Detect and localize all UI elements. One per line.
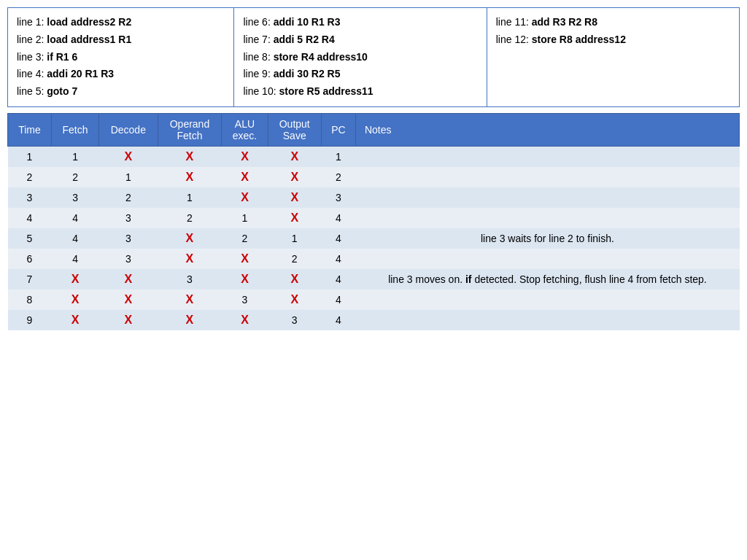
table-cell: X (222, 310, 268, 330)
cell-pc: 1 (321, 146, 355, 167)
cell-fetch: 4 (51, 228, 98, 249)
table-cell: X (158, 310, 222, 330)
code-line-1: line 1: load address2 R2 (17, 14, 225, 31)
col-header-output: OutputSave (268, 113, 321, 146)
table-cell: 2 (268, 249, 321, 269)
cell-notes (355, 249, 739, 269)
cell-time: 9 (8, 310, 52, 330)
cell-fetch: X (51, 269, 98, 289)
table-cell: X (222, 249, 268, 269)
table-cell: X (222, 167, 268, 187)
col-header-pc: PC (321, 113, 355, 146)
pipeline-table: Time Fetch Decode OperandFetch ALUexec. … (7, 113, 740, 330)
code-line-9: line 9: addi 30 R2 R5 (243, 66, 477, 83)
cell-pc: 4 (321, 228, 355, 249)
col-header-alu: ALUexec. (222, 113, 268, 146)
code-table: line 1: load address2 R2 line 2: load ad… (7, 7, 740, 107)
table-cell: 3 (222, 289, 268, 310)
table-row: 8XXX3X4 (8, 289, 740, 310)
cell-time: 7 (8, 269, 52, 289)
code-line-4: line 4: addi 20 R1 R3 (17, 66, 225, 83)
table-row: 3321XX3 (8, 187, 740, 208)
table-cell: 1 (222, 208, 268, 228)
table-cell: X (99, 289, 158, 310)
table-cell: 1 (158, 187, 222, 208)
cell-pc: 4 (321, 269, 355, 289)
table-cell: X (268, 208, 321, 228)
code-line-8: line 8: store R4 address10 (243, 49, 477, 66)
cell-fetch: X (51, 310, 98, 330)
table-cell: X (268, 289, 321, 310)
cell-time: 2 (8, 167, 52, 187)
cell-notes (355, 167, 739, 187)
table-row: 643XX24 (8, 249, 740, 269)
table-cell: X (158, 167, 222, 187)
col-header-notes: Notes (355, 113, 739, 146)
code-line-2: line 2: load address1 R1 (17, 31, 225, 49)
cell-time: 1 (8, 146, 52, 167)
table-cell: X (99, 269, 158, 289)
code-line-10: line 10: store R5 address11 (243, 83, 477, 101)
cell-fetch: 4 (51, 249, 98, 269)
table-cell: X (99, 310, 158, 330)
cell-pc: 4 (321, 310, 355, 330)
table-cell: X (158, 228, 222, 249)
cell-notes: line 3 moves on. if detected. Stop fetch… (355, 269, 739, 289)
table-cell: 1 (99, 167, 158, 187)
col-header-time: Time (8, 113, 52, 146)
cell-notes (355, 146, 739, 167)
cell-fetch: 1 (51, 146, 98, 167)
table-cell: X (158, 249, 222, 269)
table-row: 7XX3XX4line 3 moves on. if detected. Sto… (8, 269, 740, 289)
code-line-3: line 3: if R1 6 (17, 49, 225, 66)
table-row: 44321X4 (8, 208, 740, 228)
table-cell: 3 (99, 249, 158, 269)
cell-time: 4 (8, 208, 52, 228)
table-cell: X (158, 146, 222, 167)
table-cell: 3 (99, 208, 158, 228)
cell-fetch: X (51, 289, 98, 310)
cell-time: 8 (8, 289, 52, 310)
code-line-12: line 12: store R8 address12 (496, 31, 730, 49)
table-cell: X (222, 146, 268, 167)
code-line-7: line 7: addi 5 R2 R4 (243, 31, 477, 49)
code-section-3: line 11: add R3 R2 R8 line 12: store R8 … (487, 8, 739, 107)
cell-notes (355, 310, 739, 330)
cell-time: 3 (8, 187, 52, 208)
table-cell: X (99, 146, 158, 167)
cell-notes (355, 187, 739, 208)
cell-notes: line 3 waits for line 2 to finish. (355, 228, 739, 249)
cell-pc: 4 (321, 249, 355, 269)
table-cell: 2 (99, 187, 158, 208)
code-line-11: line 11: add R3 R2 R8 (496, 14, 730, 31)
cell-fetch: 3 (51, 187, 98, 208)
code-line-5: line 5: goto 7 (17, 83, 225, 101)
table-cell: X (268, 146, 321, 167)
table-cell: 2 (222, 228, 268, 249)
code-line-6: line 6: addi 10 R1 R3 (243, 14, 477, 31)
table-cell: 3 (268, 310, 321, 330)
col-header-decode: Decode (99, 113, 158, 146)
cell-pc: 2 (321, 167, 355, 187)
table-cell: X (222, 269, 268, 289)
code-section-2: line 6: addi 10 R1 R3 line 7: addi 5 R2 … (234, 8, 487, 107)
table-row: 221XXX2 (8, 167, 740, 187)
table-row: 11XXXX1 (8, 146, 740, 167)
table-cell: X (268, 269, 321, 289)
table-cell: 1 (268, 228, 321, 249)
cell-pc: 4 (321, 289, 355, 310)
cell-pc: 3 (321, 187, 355, 208)
cell-pc: 4 (321, 208, 355, 228)
table-cell: 2 (158, 208, 222, 228)
col-header-fetch: Fetch (51, 113, 98, 146)
cell-fetch: 2 (51, 167, 98, 187)
table-row: 543X214line 3 waits for line 2 to finish… (8, 228, 740, 249)
cell-notes (355, 289, 739, 310)
table-cell: 3 (99, 228, 158, 249)
table-cell: X (268, 187, 321, 208)
cell-notes (355, 208, 739, 228)
cell-time: 5 (8, 228, 52, 249)
cell-fetch: 4 (51, 208, 98, 228)
table-cell: X (268, 167, 321, 187)
code-section-1: line 1: load address2 R2 line 2: load ad… (8, 8, 234, 107)
